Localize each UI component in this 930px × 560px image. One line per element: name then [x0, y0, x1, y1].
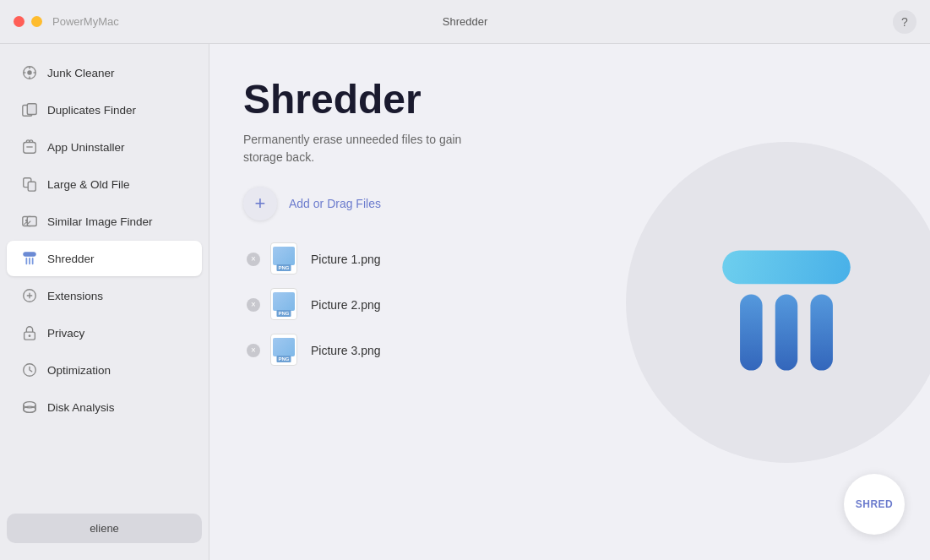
svg-rect-26 [740, 294, 763, 370]
file-name-3: Picture 3.png [311, 344, 381, 357]
svg-point-24 [24, 406, 36, 412]
sidebar-footer: eliene [0, 507, 209, 550]
traffic-lights [14, 16, 42, 27]
file-icon-3: PNG [270, 334, 301, 367]
file-name-2: Picture 2.png [311, 298, 381, 312]
help-button[interactable]: ? [893, 10, 916, 34]
svg-rect-16 [25, 258, 27, 264]
svg-rect-27 [775, 294, 798, 370]
window-title: Shredder [443, 15, 487, 28]
sidebar-item-similar-image-finder[interactable]: Similar Image Finder [7, 204, 202, 239]
sidebar-item-optimization[interactable]: Optimization [7, 352, 202, 388]
app-uninstaller-icon [20, 138, 39, 156]
file-icon-1: PNG [270, 242, 301, 276]
svg-rect-18 [32, 258, 34, 264]
svg-rect-11 [28, 182, 35, 191]
sidebar-label-privacy: Privacy [47, 327, 84, 340]
add-files-label: Add or Drag Files [289, 197, 381, 210]
duplicates-finder-icon [20, 101, 39, 119]
shredder-illustration [710, 226, 862, 378]
shred-button-label: SHRED [856, 498, 894, 510]
close-button[interactable] [14, 16, 24, 27]
large-old-file-icon [20, 175, 39, 193]
sidebar-item-app-uninstaller[interactable]: App Uninstaller [7, 129, 202, 165]
file-icon-2: PNG [270, 288, 301, 322]
disk-analysis-icon [20, 398, 39, 416]
sidebar-label-junk-cleaner: Junk Cleaner [47, 67, 115, 79]
svg-rect-28 [810, 294, 833, 370]
svg-rect-25 [722, 250, 851, 284]
file-remove-button-2[interactable]: × [247, 298, 260, 312]
titlebar: PowerMyMac Shredder ? [0, 0, 930, 44]
sidebar: Junk Cleaner Duplicates Finder App U [0, 44, 209, 560]
svg-rect-8 [24, 143, 36, 154]
page-title: Shredder [243, 78, 896, 122]
file-remove-button-1[interactable]: × [247, 253, 260, 266]
sidebar-label-shredder: Shredder [47, 253, 95, 265]
minimize-button[interactable] [31, 16, 42, 27]
titlebar-right: ? [893, 10, 916, 34]
sidebar-label-optimization: Optimization [47, 364, 111, 377]
sidebar-label-large-old-file: Large & Old File [47, 178, 130, 191]
shredder-nav-icon [20, 249, 39, 268]
svg-rect-15 [24, 253, 36, 257]
app-name-label: PowerMyMac [52, 15, 119, 28]
extensions-icon [20, 286, 39, 305]
add-files-button[interactable]: + [243, 187, 277, 220]
similar-image-finder-icon [20, 212, 39, 231]
main-layout: Junk Cleaner Duplicates Finder App U [0, 44, 930, 560]
sidebar-item-shredder[interactable]: Shredder [7, 241, 202, 276]
privacy-icon [20, 323, 39, 342]
sidebar-item-extensions[interactable]: Extensions [7, 278, 202, 313]
page-subtitle: Permanently erase unneeded files to gain… [243, 131, 497, 166]
svg-rect-7 [27, 104, 36, 115]
sidebar-item-disk-analysis[interactable]: Disk Analysis [7, 389, 202, 425]
svg-rect-13 [27, 217, 36, 226]
svg-point-21 [29, 334, 31, 337]
user-button[interactable]: eliene [7, 514, 202, 543]
svg-point-14 [25, 220, 28, 222]
illustration-circle [626, 142, 930, 463]
junk-cleaner-icon [20, 63, 39, 82]
content-area: Shredder Permanently erase unneeded file… [209, 44, 930, 560]
sidebar-label-extensions: Extensions [47, 290, 103, 302]
sidebar-label-disk-analysis: Disk Analysis [47, 401, 115, 414]
sidebar-label-similar-image-finder: Similar Image Finder [47, 215, 153, 228]
sidebar-label-app-uninstaller: App Uninstaller [47, 141, 125, 154]
sidebar-item-large-old-file[interactable]: Large & Old File [7, 166, 202, 202]
optimization-icon [20, 361, 39, 379]
file-remove-button-3[interactable]: × [247, 344, 260, 357]
sidebar-item-duplicates-finder[interactable]: Duplicates Finder [7, 92, 202, 128]
sidebar-label-duplicates-finder: Duplicates Finder [47, 104, 136, 117]
svg-point-1 [27, 70, 31, 74]
svg-rect-17 [29, 258, 30, 264]
shred-button[interactable]: SHRED [844, 474, 905, 535]
sidebar-item-privacy[interactable]: Privacy [7, 315, 202, 351]
sidebar-item-junk-cleaner[interactable]: Junk Cleaner [7, 55, 202, 90]
file-name-1: Picture 1.png [311, 253, 381, 266]
